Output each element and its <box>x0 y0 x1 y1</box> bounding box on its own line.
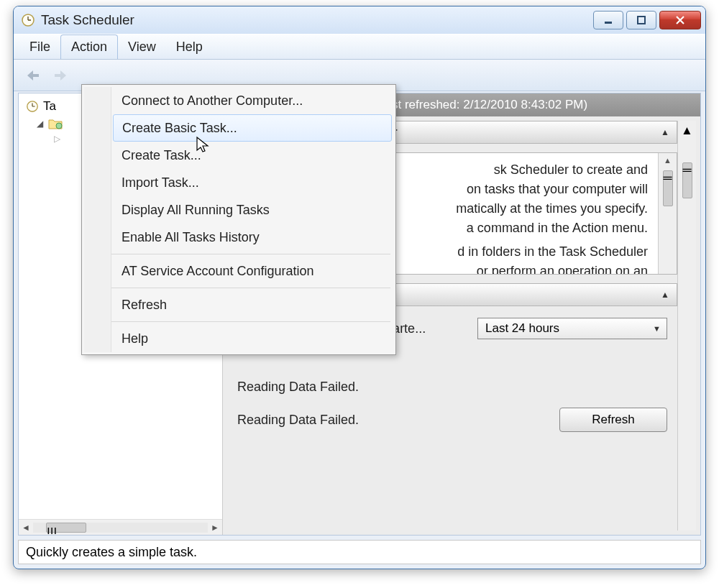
collapse-icon[interactable]: ▲ <box>661 127 669 137</box>
svg-point-10 <box>56 123 62 129</box>
menu-item-connect-to-another-computer[interactable]: Connect to Another Computer... <box>111 87 393 114</box>
menu-item-enable-all-tasks-history[interactable]: Enable All Tasks History <box>111 224 393 251</box>
dropdown-value: Last 24 hours <box>485 321 559 336</box>
menu-view[interactable]: View <box>118 35 166 59</box>
svg-rect-3 <box>605 22 612 24</box>
menu-item-create-task[interactable]: Create Task... <box>111 142 393 169</box>
menu-items: Connect to Another Computer...Create Bas… <box>111 87 393 352</box>
timeframe-dropdown[interactable]: Last 24 hours ▼ <box>477 318 667 339</box>
refresh-button[interactable]: Refresh <box>559 408 667 432</box>
action-menu-popup: Connect to Another Computer...Create Bas… <box>81 84 396 355</box>
svg-rect-4 <box>638 17 645 24</box>
menu-separator <box>111 254 390 254</box>
menu-gutter <box>84 87 111 352</box>
clock-icon <box>21 13 35 27</box>
scroll-thumb[interactable]: ═ <box>682 162 692 198</box>
scroll-right-icon[interactable]: ► <box>208 523 222 533</box>
scroll-up-icon[interactable]: ▲ <box>681 124 693 138</box>
menu-item-refresh[interactable]: Refresh <box>111 291 393 318</box>
overview-scrollbar[interactable]: ▲ ═ <box>658 153 677 274</box>
back-button[interactable] <box>19 64 45 87</box>
collapse-icon[interactable]: ▲ <box>661 290 669 300</box>
tree-root-label: Ta <box>43 99 56 114</box>
window-title: Task Scheduler <box>41 12 593 28</box>
chevron-down-icon: ▼ <box>653 324 661 333</box>
clock-icon <box>24 99 40 114</box>
caret-right-icon: ▷ <box>52 134 62 144</box>
svg-rect-5 <box>32 74 39 77</box>
forward-button[interactable] <box>48 64 74 87</box>
menu-item-help[interactable]: Help <box>111 325 393 352</box>
folder-icon <box>47 116 63 131</box>
window-controls <box>593 11 701 29</box>
last-refreshed: Last refreshed: 2/12/2010 8:43:02 PM) <box>378 98 587 112</box>
menubar: File Action View Help <box>14 34 705 60</box>
menu-item-at-service-account-configuration[interactable]: AT Service Account Configuration <box>111 257 393 285</box>
horizontal-scrollbar[interactable]: ◄ ııı ► <box>19 519 222 535</box>
menu-item-display-all-running-tasks[interactable]: Display All Running Tasks <box>111 196 393 224</box>
scroll-left-icon[interactable]: ◄ <box>19 523 33 533</box>
close-button[interactable] <box>659 11 701 29</box>
reading-failed-2: Reading Data Failed. <box>237 413 359 428</box>
titlebar[interactable]: Task Scheduler <box>14 6 705 34</box>
menu-item-import-task[interactable]: Import Task... <box>111 169 393 196</box>
minimize-button[interactable] <box>593 11 623 29</box>
scroll-track[interactable]: ııı <box>33 523 208 533</box>
refresh-row: Reading Data Failed. Refresh <box>227 408 677 439</box>
status-text: Quickly creates a simple task. <box>26 545 197 560</box>
app-window: Task Scheduler File Action View Help <box>13 6 706 569</box>
right-scrollbar[interactable]: ▲ ═ <box>677 121 696 530</box>
statusbar: Quickly creates a simple task. <box>18 540 701 564</box>
scroll-thumb[interactable]: ııı <box>46 523 86 533</box>
reading-failed-1: Reading Data Failed. <box>227 375 677 399</box>
menu-help[interactable]: Help <box>166 35 213 59</box>
menu-file[interactable]: File <box>19 35 60 59</box>
menu-separator <box>111 321 390 322</box>
maximize-button[interactable] <box>626 11 656 29</box>
svg-rect-6 <box>55 74 62 77</box>
caret-down-icon: ◢ <box>35 119 45 129</box>
menu-separator <box>111 288 390 288</box>
scroll-up-icon[interactable]: ▲ <box>664 156 672 165</box>
scroll-thumb[interactable]: ═ <box>663 170 673 206</box>
menu-action[interactable]: Action <box>60 35 118 59</box>
menu-item-create-basic-task[interactable]: Create Basic Task... <box>113 114 392 142</box>
